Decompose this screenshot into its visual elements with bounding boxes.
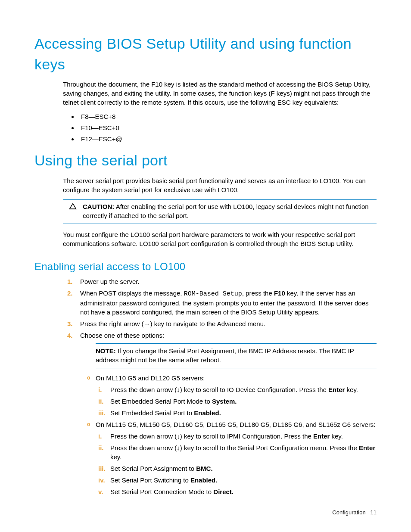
bold-value: Enabled. (190, 476, 218, 484)
enter-key: Enter (328, 386, 345, 393)
heading-using-serial-port: Using the serial port (34, 150, 377, 171)
step-4: Choose one of these options: NOTE: If yo… (78, 331, 377, 496)
heading-accessing-bios: Accessing BIOS Setup Utility and using f… (34, 34, 377, 75)
substep: Press the down arrow (↓) key to scroll t… (107, 432, 377, 441)
caution-text: After enabling the serial port for use w… (83, 203, 369, 219)
esc-equivalents-list: F8—ESC+8 F10—ESC+0 F12—ESC+@ (63, 112, 377, 143)
text: , press the (242, 289, 274, 297)
bold-value: Enabled. (194, 409, 221, 417)
substep: Set Embedded Serial Port Mode to System. (107, 397, 377, 406)
substep: Press the down arrow (↓) key to scroll t… (107, 443, 377, 461)
text: Set Serial Port Switching to (110, 476, 190, 484)
caution-icon-cell (63, 202, 83, 220)
caution-body: CAUTION: After enabling the serial port … (83, 202, 377, 220)
step-1: Power up the server. (78, 277, 377, 286)
list-item: F12—ESC+@ (78, 134, 377, 143)
rom-text: ROM-Based Setup (184, 290, 242, 298)
text: Press the down arrow (↓) key to scroll t… (110, 386, 328, 393)
enter-key: Enter (359, 444, 375, 451)
note-text: If you change the Serial Port Assignment… (96, 347, 354, 364)
heading-enabling-serial: Enabling serial access to LO100 (34, 259, 377, 274)
after-caution-paragraph: You must configure the LO100 serial port… (63, 230, 377, 248)
text: key. (110, 453, 121, 460)
text: Set Embedded Serial Port Mode to (110, 398, 212, 405)
text: Set Serial Port Connection Mode to (110, 488, 213, 495)
footer-page-number: 11 (371, 509, 377, 516)
option-b-steps: Press the down arrow (↓) key to scroll t… (96, 432, 377, 496)
bold-value: System. (212, 398, 237, 405)
text: Press the down arrow (↓) key to scroll t… (110, 432, 313, 440)
footer-section: Configuration (332, 509, 365, 516)
step-4-text: Choose one of these options: (80, 332, 164, 339)
text: When POST displays the message, (80, 289, 184, 297)
text: key. (330, 432, 343, 440)
steps-list: Power up the server. When POST displays … (63, 277, 377, 496)
substep: Press the down arrow (↓) key to scroll t… (107, 385, 377, 394)
option-b-label: On ML115 G5, ML150 G5, DL160 G5, DL165 G… (96, 421, 376, 428)
page-footer: Configuration 11 (332, 509, 377, 516)
substep: Set Serial Port Switching to Enabled. (107, 476, 377, 485)
enter-key: Enter (313, 432, 330, 440)
substep: Set Serial Port Connection Mode to Direc… (107, 487, 377, 496)
option-a-label: On ML110 G5 and DL120 G5 servers: (96, 374, 205, 382)
list-item: F8—ESC+8 (78, 112, 377, 121)
intro-paragraph: Throughout the document, the F10 key is … (63, 80, 377, 107)
serial-intro: The server serial port provides basic se… (63, 176, 377, 194)
caution-callout: CAUTION: After enabling the serial port … (63, 199, 377, 224)
section-body: Power up the server. When POST displays … (63, 277, 377, 496)
step-2: When POST displays the message, ROM-Base… (78, 289, 377, 317)
substep: Set Embedded Serial Port to Enabled. (107, 408, 377, 417)
caution-label: CAUTION: (83, 203, 114, 210)
note-label: NOTE: (96, 347, 116, 355)
f10-key: F10 (274, 289, 285, 297)
document-page: Accessing BIOS Setup Utility and using f… (0, 0, 411, 532)
option-b: On ML115 G5, ML150 G5, DL160 G5, DL165 G… (90, 420, 377, 496)
caution-icon (69, 203, 77, 209)
option-a-steps: Press the down arrow (↓) key to scroll t… (96, 385, 377, 417)
section-body: The server serial port provides basic se… (63, 176, 377, 248)
bold-value: BMC. (196, 465, 212, 472)
text: Set Embedded Serial Port to (110, 409, 194, 417)
text: Set Serial Port Assignment to (110, 465, 196, 472)
step-3: Press the right arrow (→) key to navigat… (78, 319, 377, 328)
option-a: On ML110 G5 and DL120 G5 servers: Press … (90, 373, 377, 417)
note-callout: NOTE: If you change the Serial Port Assi… (96, 343, 377, 368)
bold-value: Direct. (213, 488, 234, 495)
substep: Set Serial Port Assignment to BMC. (107, 464, 377, 473)
text: Press the down arrow (↓) key to scroll t… (110, 444, 359, 451)
options-list: On ML110 G5 and DL120 G5 servers: Press … (80, 373, 377, 496)
section-body: Throughout the document, the F10 key is … (63, 80, 377, 143)
text: key. (345, 386, 358, 393)
list-item: F10—ESC+0 (78, 123, 377, 132)
